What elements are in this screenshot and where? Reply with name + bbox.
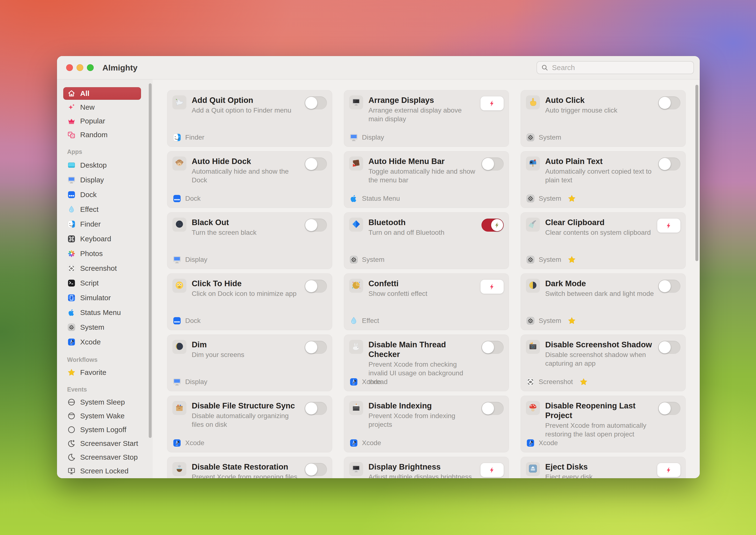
gear-icon: [349, 255, 358, 264]
toggle-switch[interactable]: [305, 97, 327, 109]
sidebar-item-display[interactable]: Display: [63, 173, 141, 187]
feature-description: Add a Quit option to Finder menu: [192, 106, 300, 115]
feature-icon-tile: [526, 462, 540, 476]
feature-card-dark-mode: Dark ModeSwitch between dark and light m…: [521, 273, 686, 330]
feature-description: Adjust multiple displays brightness: [368, 473, 476, 478]
sidebar-item-popular[interactable]: Popular: [63, 115, 141, 127]
sidebar-item-screensaver-start[interactable]: Screensaver Start: [63, 437, 141, 450]
sidebar-item-screen-locked[interactable]: Screen Locked: [63, 465, 141, 477]
feature-icon-tile: [173, 218, 186, 232]
sidebar-item-keyboard[interactable]: Keyboard: [63, 232, 141, 246]
toggle-switch[interactable]: [305, 463, 327, 476]
toggle-switch[interactable]: [481, 341, 504, 354]
sidebar-scrollbar[interactable]: [149, 83, 152, 438]
feature-card-disable-indexing: Disable IndexingPrevent Xcode from index…: [344, 396, 509, 452]
run-flash-button[interactable]: [480, 280, 504, 294]
feature-title: Add Quit Option: [192, 96, 300, 105]
toggle-knob: [305, 280, 317, 292]
toggle-switch[interactable]: [305, 157, 327, 171]
toggle-switch[interactable]: [481, 219, 504, 232]
sidebar-item-finder[interactable]: Finder: [63, 217, 141, 231]
toggle-switch[interactable]: [658, 402, 680, 415]
sidebar-item-simulator[interactable]: Simulator: [63, 291, 141, 305]
search-input[interactable]: [552, 63, 689, 72]
keyboard-icon: [67, 235, 76, 243]
feature-icon-tile: [173, 340, 186, 354]
sidebar-item-label: System Sleep: [80, 398, 125, 406]
toggle-switch[interactable]: [658, 157, 680, 171]
flushed-face-icon: [175, 280, 184, 291]
category-tag: Screenshot: [526, 377, 588, 386]
toggle-switch[interactable]: [305, 402, 327, 415]
sidebar-item-label: System Logoff: [80, 426, 126, 434]
sidebar-item-label: Screensaver Stop: [80, 453, 138, 461]
feature-card-auto-hide-menu-bar: Auto Hide Menu BarToggle automatically h…: [344, 151, 509, 208]
category-tag-label: Display: [362, 133, 384, 141]
display-icon: [67, 176, 76, 184]
toggle-knob: [659, 341, 671, 353]
toggle-switch[interactable]: [481, 402, 504, 415]
feature-title: Black Out: [192, 218, 300, 227]
shower-icon: [528, 219, 538, 230]
sidebar-item-xcode[interactable]: Xcode: [63, 335, 141, 349]
sidebar-item-all[interactable]: All: [63, 87, 141, 100]
sidebar-item-random[interactable]: Random: [63, 128, 141, 141]
sidebar-item-script[interactable]: Script: [63, 276, 141, 290]
search-field: [536, 61, 694, 74]
app-window: Almighty AllNewPopularRandomAppsDesktopD…: [57, 56, 700, 478]
toggle-switch[interactable]: [305, 280, 327, 293]
feature-title: Click To Hide: [192, 279, 300, 288]
run-flash-button[interactable]: [480, 463, 504, 477]
category-tag-label: Xcode: [362, 378, 381, 386]
feature-card-auto-click: Auto ClickAuto trigger mouse clickSystem: [521, 90, 686, 147]
minimize-button[interactable]: [76, 64, 83, 71]
sidebar-item-desktop[interactable]: Desktop: [63, 158, 141, 172]
moon-plus-icon: [67, 439, 76, 448]
run-flash-button[interactable]: [657, 463, 680, 477]
feature-icon-tile: [349, 279, 363, 293]
sidebar-item-screensaver-stop[interactable]: Screensaver Stop: [63, 451, 141, 464]
wake-circle-icon: [67, 411, 76, 420]
toggle-switch[interactable]: [658, 280, 680, 293]
sidebar-item-photos[interactable]: Photos: [63, 247, 141, 261]
toggle-knob: [305, 219, 317, 231]
sidebar-item-favorite[interactable]: Favorite: [63, 366, 141, 379]
sidebar-item-system-sleep[interactable]: System Sleep: [63, 396, 141, 408]
sidebar-item-dock[interactable]: Dock: [63, 188, 141, 202]
toggle-switch[interactable]: [658, 97, 680, 109]
sidebar-item-system-wake[interactable]: System Wake: [63, 409, 141, 422]
feature-description: Dim your screens: [192, 351, 300, 359]
sidebar-item-system[interactable]: System: [63, 320, 141, 334]
crown-icon: [67, 117, 76, 126]
toggle-switch[interactable]: [305, 219, 327, 232]
screenshot-icon: [67, 264, 76, 273]
feature-description: Eject every disk: [545, 473, 653, 478]
main-scrollbar[interactable]: [695, 85, 698, 261]
category-tag-label: Display: [185, 256, 207, 264]
sidebar-item-new[interactable]: New: [63, 101, 141, 114]
gear-icon: [526, 133, 535, 142]
feature-description: Prevent Xcode from indexing projects: [368, 411, 477, 429]
search-icon: [541, 64, 549, 71]
sidebar-item-effect[interactable]: Effect: [63, 202, 141, 216]
feature-description: Prevent Xcode from checking invalid UI u…: [368, 360, 477, 386]
run-flash-button[interactable]: [657, 219, 680, 233]
eject-icon: [528, 464, 538, 474]
feature-icon-tile: [349, 96, 363, 109]
toggle-switch[interactable]: [658, 341, 680, 354]
feature-description: Turn the screen black: [192, 228, 300, 237]
toggle-switch[interactable]: [481, 157, 504, 171]
sidebar-item-system-logoff[interactable]: System Logoff: [63, 423, 141, 436]
category-tag-label: Xcode: [185, 439, 204, 447]
category-tag: Effect: [349, 316, 379, 325]
dock-icon: [173, 194, 181, 203]
sidebar-item-status-menu[interactable]: Status Menu: [63, 305, 141, 320]
sidebar-item-label: Screensaver Start: [80, 439, 138, 448]
toggle-switch[interactable]: [305, 341, 327, 354]
sidebar-item-screenshot[interactable]: Screenshot: [63, 261, 141, 275]
run-flash-button[interactable]: [480, 97, 504, 110]
toggle-knob: [305, 402, 317, 414]
zoom-button[interactable]: [87, 64, 94, 71]
category-tag: System: [526, 255, 576, 264]
close-button[interactable]: [66, 64, 73, 71]
